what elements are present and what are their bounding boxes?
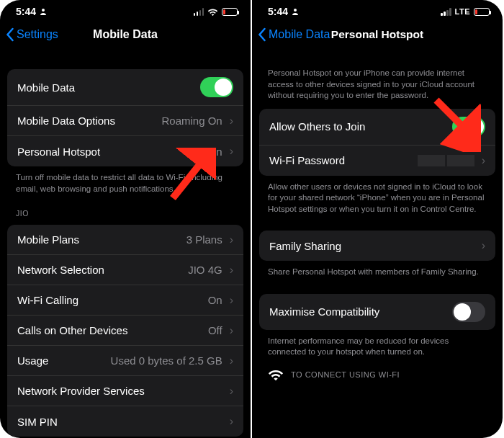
row-personal-hotspot[interactable]: Personal Hotspot On› xyxy=(7,136,243,166)
chevron-right-icon: › xyxy=(227,354,233,367)
chevron-right-icon: › xyxy=(227,145,233,158)
svg-point-0 xyxy=(42,9,45,12)
row-wifi-password[interactable]: Wi-Fi Password › xyxy=(259,146,495,176)
footer-family: Share Personal Hotspot with members of F… xyxy=(252,261,503,281)
group-family: Family Sharing › xyxy=(259,231,495,261)
back-button[interactable]: Mobile Data xyxy=(258,27,330,42)
row-max-compat[interactable]: Maximise Compatibility xyxy=(259,294,495,330)
connect-wifi-header-row: TO CONNECT USING WI-FI xyxy=(252,361,503,381)
toggle-off-icon[interactable] xyxy=(452,302,485,322)
group-maxcompat: Maximise Compatibility xyxy=(259,294,495,330)
row-allow-others-to-join[interactable]: Allow Others to Join xyxy=(259,109,495,146)
lte-label: LTE xyxy=(455,7,470,16)
footer-text: Turn off mobile data to restrict all dat… xyxy=(0,166,251,197)
row-calls-other-devices[interactable]: Calls on Other Devices Off› xyxy=(7,316,243,346)
page-title: Mobile Data xyxy=(93,28,158,41)
value: On xyxy=(208,146,222,158)
chevron-right-icon: › xyxy=(227,264,233,277)
group-allow: Allow Others to Join Wi-Fi Password › xyxy=(259,109,495,176)
row-usage[interactable]: Usage Used 0 bytes of 2.5 GB› xyxy=(7,346,243,376)
toggle-on-icon[interactable] xyxy=(200,77,233,97)
back-button[interactable]: Settings xyxy=(6,27,58,42)
clock: 5:44 xyxy=(16,6,36,17)
chevron-left-icon xyxy=(258,27,267,42)
chevron-right-icon: › xyxy=(227,294,233,307)
password-mask-icon xyxy=(418,155,474,166)
toggle-on-icon[interactable] xyxy=(452,117,485,137)
row-family-sharing[interactable]: Family Sharing › xyxy=(259,231,495,261)
battery-icon xyxy=(474,8,490,16)
chevron-right-icon: › xyxy=(479,239,485,252)
phone-right: 5:44 LTE Mobile Data Personal Hotspot Pe… xyxy=(252,0,503,438)
battery-icon xyxy=(222,8,238,16)
row-mobile-data-options[interactable]: Mobile Data Options Roaming On› xyxy=(7,106,243,136)
group-mobile-data: Mobile Data Mobile Data Options Roaming … xyxy=(7,69,243,166)
status-bar: 5:44 LTE xyxy=(252,0,503,20)
label: Personal Hotspot xyxy=(17,146,100,158)
wifi-icon xyxy=(207,8,218,16)
label: Mobile Data Options xyxy=(17,115,115,127)
person-icon xyxy=(291,7,300,16)
person-icon xyxy=(39,7,48,16)
chevron-right-icon: › xyxy=(227,385,233,398)
connect-header: TO CONNECT USING WI-FI xyxy=(291,370,400,379)
chevron-right-icon: › xyxy=(479,154,485,167)
footer-maxcompat: Internet performance may be reduced for … xyxy=(252,330,503,361)
phone-left: 5:44 Settings Mobile Data Mobile Data xyxy=(0,0,251,438)
row-sim-pin[interactable]: SIM PIN › xyxy=(7,406,243,437)
label: Mobile Data xyxy=(17,81,75,94)
row-wifi-calling[interactable]: Wi-Fi Calling On› xyxy=(7,285,243,316)
footer-allow: Allow other users or devices not signed … xyxy=(252,176,503,218)
intro-text: Personal Hotspot on your iPhone can prov… xyxy=(252,52,503,104)
chevron-right-icon: › xyxy=(227,115,233,128)
status-bar: 5:44 xyxy=(0,0,251,20)
svg-point-2 xyxy=(294,9,297,12)
page-title: Personal Hotspot xyxy=(331,28,423,41)
chevron-right-icon: › xyxy=(227,233,233,246)
row-network-provider-services[interactable]: Network Provider Services › xyxy=(7,376,243,406)
chevron-left-icon xyxy=(6,27,15,42)
signal-bars-icon xyxy=(194,8,204,16)
group-carrier: Mobile Plans 3 Plans› Network Selection … xyxy=(7,225,243,437)
value: Roaming On xyxy=(161,115,222,127)
chevron-right-icon: › xyxy=(227,324,233,337)
row-mobile-plans[interactable]: Mobile Plans 3 Plans› xyxy=(7,225,243,255)
back-label: Mobile Data xyxy=(269,28,330,41)
row-mobile-data-toggle[interactable]: Mobile Data xyxy=(7,69,243,106)
back-label: Settings xyxy=(17,28,58,41)
wifi-icon xyxy=(268,368,284,381)
nav-bar: Settings Mobile Data xyxy=(0,20,251,52)
row-network-selection[interactable]: Network Selection JIO 4G› xyxy=(7,255,243,285)
nav-bar: Mobile Data Personal Hotspot xyxy=(252,20,503,52)
clock: 5:44 xyxy=(268,6,288,17)
section-header-carrier: JIO xyxy=(0,197,251,220)
chevron-right-icon: › xyxy=(227,415,233,428)
signal-bars-icon xyxy=(441,8,451,16)
